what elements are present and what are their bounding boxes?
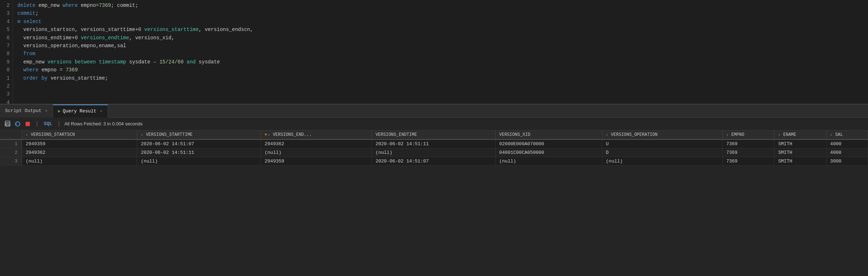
toolbar-divider2: | <box>57 121 61 127</box>
table-cell: 02000E000A070000 <box>496 139 602 148</box>
refresh-button[interactable] <box>14 120 22 128</box>
col-header-versions-endtime: VERSIONS_ENDTIME <box>372 130 496 139</box>
table-cell: D <box>602 148 723 157</box>
table-row[interactable]: 229493622020-06-02 14:51:11(null)(null)0… <box>0 148 868 157</box>
status-text: All Rows Fetched: 3 in 0.004 seconds <box>64 121 143 126</box>
col-header-sal: ⇕ SAL <box>826 130 868 139</box>
col-header-versions-starttime: ⇕ VERSIONS_STARTTIME <box>137 130 261 139</box>
play-icon: ▶ <box>58 108 60 114</box>
query-result-close[interactable]: × <box>100 109 103 113</box>
table-cell: SMITH <box>774 148 826 157</box>
table-cell: 2020-06-02 14:51:07 <box>137 139 261 148</box>
sort-icon: ⇕ <box>268 133 272 137</box>
table-cell: (null) <box>137 157 261 166</box>
bottom-panel: Script Output × ▶ Query Result × <box>0 104 868 276</box>
table-body: 129493592020-06-02 14:51:0729493622020-0… <box>0 139 868 166</box>
table-cell: (null) <box>22 157 137 166</box>
table-cell: 7369 <box>723 157 774 166</box>
result-toolbar: | SQL | All Rows Fetched: 3 in 0.004 sec… <box>0 117 868 130</box>
table-row[interactable]: 3(null)(null)29493592020-06-02 14:51:07(… <box>0 157 868 166</box>
sort-icon: ⇕ <box>778 133 782 137</box>
svg-rect-3 <box>5 124 6 124</box>
table-cell: 3000 <box>826 157 868 166</box>
code-editor: 2345678901234 delete emp_new where empno… <box>0 0 868 104</box>
table-cell: (null) <box>496 157 602 166</box>
tab-query-result[interactable]: ▶ Query Result × <box>53 104 108 117</box>
svg-rect-4 <box>26 122 30 126</box>
toolbar-divider: | <box>35 121 39 127</box>
svg-rect-2 <box>6 124 9 126</box>
table-cell: 4000 <box>826 148 868 157</box>
table-cell: (null) <box>372 148 496 157</box>
table-cell: SMITH <box>774 139 826 148</box>
table-cell: U <box>602 139 723 148</box>
table-cell: 2949362 <box>261 139 372 148</box>
table-header: ⇕ VERSIONS_STARTSCN⇕ VERSIONS_STARTTIME▼… <box>0 130 868 139</box>
result-table: ⇕ VERSIONS_STARTSCN⇕ VERSIONS_STARTTIME▼… <box>0 130 868 166</box>
table-cell: 2020-06-02 14:51:11 <box>137 148 261 157</box>
table-cell: 7369 <box>723 139 774 148</box>
col-header-versions-operation: ⇕ VERSIONS_OPERATION <box>602 130 723 139</box>
table-cell: (null) <box>261 148 372 157</box>
table-cell: 2020-06-02 14:51:11 <box>372 139 496 148</box>
row-number: 3 <box>0 157 22 166</box>
tab-bar: Script Output × ▶ Query Result × <box>0 104 868 117</box>
table-cell: 04001C00CA050000 <box>496 148 602 157</box>
table-cell: 2949362 <box>22 148 137 157</box>
sort-icon: ⇕ <box>726 133 731 137</box>
table-cell: 4000 <box>826 139 868 148</box>
script-output-close[interactable]: × <box>45 109 48 113</box>
sql-badge: SQL <box>44 121 52 126</box>
table-cell: 2020-06-02 14:51:07 <box>372 157 496 166</box>
col-header-versions-xid: VERSIONS_XID <box>496 130 602 139</box>
sort-icon: ⇕ <box>141 133 145 137</box>
query-result-label: Query Result <box>63 108 96 114</box>
code-content[interactable]: delete emp_new where empno=7369; commit;… <box>13 0 868 104</box>
col-header-versions-startscn: ⇕ VERSIONS_STARTSCN <box>22 130 137 139</box>
row-num-header <box>0 130 22 139</box>
filter-icon: ▼ <box>265 133 267 137</box>
sort-icon: ⇕ <box>830 133 835 137</box>
row-number: 2 <box>0 148 22 157</box>
result-table-container[interactable]: ⇕ VERSIONS_STARTSCN⇕ VERSIONS_STARTTIME▼… <box>0 130 868 276</box>
table-cell: (null) <box>602 157 723 166</box>
row-number: 1 <box>0 139 22 148</box>
col-header-versions-end---: ▼⇕ VERSIONS_END... <box>261 130 372 139</box>
table-cell: 7369 <box>723 148 774 157</box>
stop-button[interactable] <box>24 120 32 128</box>
sort-icon: ⇕ <box>606 133 610 137</box>
col-header-ename: ⇕ ENAME <box>774 130 826 139</box>
print-button[interactable] <box>4 120 12 128</box>
tab-script-output[interactable]: Script Output × <box>0 104 53 117</box>
col-header-empno: ⇕ EMPNO <box>723 130 774 139</box>
line-numbers: 2345678901234 <box>0 0 13 104</box>
sort-icon: ⇕ <box>26 133 30 137</box>
table-cell: SMITH <box>774 157 826 166</box>
table-cell: 2949359 <box>261 157 372 166</box>
table-cell: 2949359 <box>22 139 137 148</box>
script-output-label: Script Output <box>5 108 41 113</box>
table-row[interactable]: 129493592020-06-02 14:51:0729493622020-0… <box>0 139 868 148</box>
